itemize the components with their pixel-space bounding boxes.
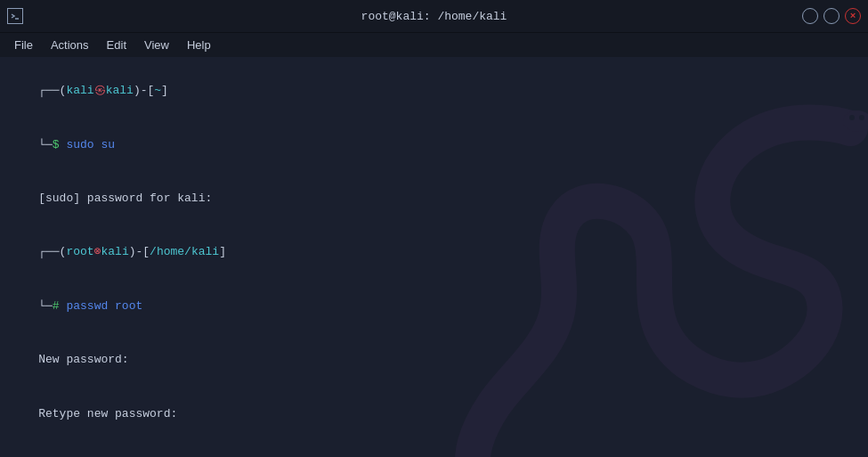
terminal-line-5: └─# passwd root	[11, 280, 857, 333]
menu-item-view[interactable]: View	[135, 37, 178, 53]
window-title: root@kali: /home/kali	[361, 10, 507, 23]
minimize-button[interactable]	[802, 8, 818, 24]
maximize-button[interactable]	[823, 8, 840, 24]
menubar: FileActionsEditViewHelp	[0, 32, 868, 57]
titlebar-left	[7, 8, 32, 24]
terminal-body[interactable]: ┌──(kali㉿kali)-[~] └─$ sudo su [sudo] pa…	[0, 57, 868, 457]
menu-item-help[interactable]: Help	[178, 37, 220, 53]
menu-item-actions[interactable]: Actions	[42, 37, 98, 53]
terminal-line-8: passwd: password updated successfully	[11, 441, 857, 457]
close-button[interactable]: ×	[845, 8, 861, 24]
terminal-line-2: └─$ sudo su	[11, 118, 857, 171]
menu-item-edit[interactable]: Edit	[98, 37, 135, 53]
terminal-line-4: ┌──(root⊗kali)-[/home/kali]	[11, 225, 857, 279]
menu-item-file[interactable]: File	[5, 37, 42, 53]
window-controls: ×	[802, 8, 861, 24]
svg-point-3	[859, 115, 864, 120]
terminal-line-6: New password:	[11, 333, 857, 387]
titlebar: root@kali: /home/kali ×	[0, 0, 868, 32]
terminal-line-1: ┌──(kali㉿kali)-[~]	[11, 64, 857, 118]
terminal-line-7: Retype new password:	[11, 388, 857, 441]
terminal-icon	[7, 8, 23, 24]
terminal-line-3: [sudo] password for kali:	[11, 172, 857, 225]
